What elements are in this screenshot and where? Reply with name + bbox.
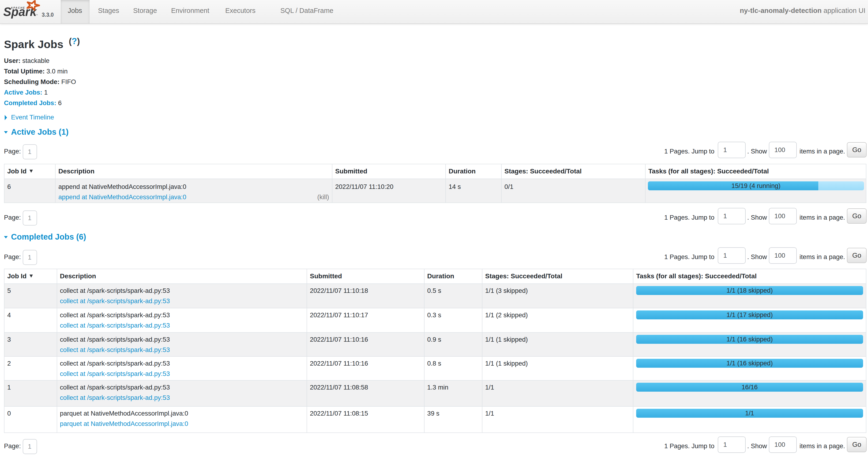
- svg-text:™: ™: [35, 13, 38, 17]
